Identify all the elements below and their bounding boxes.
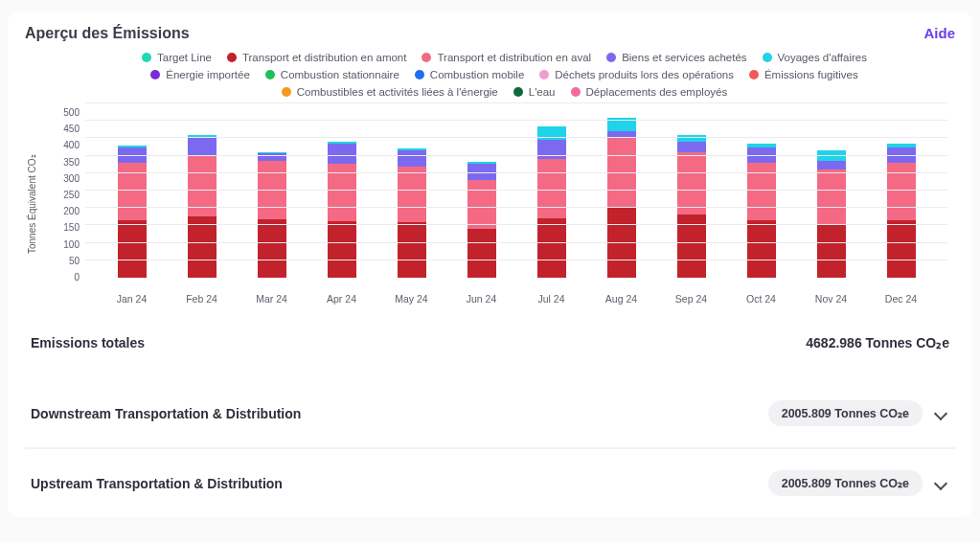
y-tick: 250: [39, 191, 80, 200]
legend-item[interactable]: Combustibles et activités liées à l'éner…: [282, 86, 498, 98]
y-tick: 0: [39, 273, 80, 282]
y-tick: 350: [39, 158, 80, 168]
bar-segment: [817, 224, 846, 278]
bar-segment: [887, 220, 916, 278]
bar[interactable]: [887, 144, 916, 278]
legend-label: Combustion stationnaire: [281, 69, 399, 80]
legend-label: Transport et distribution en amont: [242, 52, 407, 63]
legend-dot-icon: [571, 87, 581, 97]
summary-category-value: 2005.809 Tonnes CO₂e: [768, 470, 923, 496]
legend-item[interactable]: Target Line: [142, 52, 212, 63]
x-tick-label: Jan 24: [103, 293, 161, 305]
legend-item[interactable]: Combustion mobile: [415, 69, 524, 80]
grid-line: [85, 120, 947, 121]
legend-dot-icon: [513, 87, 523, 97]
legend-item[interactable]: Transport et distribution en amont: [227, 52, 407, 63]
grid-line: [85, 172, 947, 173]
y-tick: 150: [39, 223, 80, 233]
legend-item[interactable]: Combustion stationnaire: [265, 69, 399, 80]
y-tick: 200: [39, 207, 80, 216]
x-tick-label: Nov 24: [803, 293, 860, 305]
x-tick-label: Oct 24: [733, 293, 790, 305]
x-tick-label: Jul 24: [523, 293, 581, 305]
summary-category-row: Downstream Transportation & Distribution…: [25, 379, 955, 447]
legend-label: Voyages d'affaires: [778, 52, 867, 63]
legend-dot-icon: [142, 53, 151, 62]
summary-category-label: Upstream Transportation & Distribution: [31, 476, 283, 491]
legend-dot-icon: [422, 53, 431, 62]
legend-label: Biens et services achetés: [622, 52, 746, 63]
legend-item[interactable]: Biens et services achetés: [606, 52, 746, 63]
bar-segment: [258, 219, 286, 278]
grid-line: [85, 137, 947, 138]
bar-segment: [537, 218, 566, 278]
bar-segment: [677, 135, 706, 142]
y-tick: 500: [39, 108, 80, 118]
legend-dot-icon: [150, 70, 160, 79]
y-axis-label: Tonnes Équivalent CO₂: [25, 103, 39, 305]
grid-line: [85, 260, 947, 260]
legend-dot-icon: [282, 87, 291, 97]
legend-item[interactable]: Voyages d'affaires: [763, 52, 867, 63]
chart-plot: Jan 24Feb 24Mar 24Apr 24May 24Jun 24Jul …: [85, 103, 947, 305]
bar-segment: [817, 150, 846, 161]
grid-line: [85, 224, 947, 225]
y-tick: 400: [39, 141, 80, 150]
legend-label: Combustibles et activités liées à l'éner…: [297, 86, 498, 98]
chevron-down-icon[interactable]: [934, 406, 947, 419]
grid-line: [85, 207, 947, 208]
bar-segment: [328, 144, 356, 165]
bar[interactable]: [747, 144, 776, 278]
summary-total-value: 4682.986 Tonnes CO₂e: [806, 335, 949, 350]
legend-dot-icon: [227, 53, 237, 62]
legend-item[interactable]: Déchets produits lors des opérations: [539, 69, 734, 80]
y-tick: 100: [39, 240, 80, 250]
summary-category-value: 2005.809 Tonnes CO₂e: [768, 400, 923, 426]
legend-dot-icon: [763, 53, 772, 62]
legend-dot-icon: [539, 70, 549, 79]
bar-segment: [188, 137, 217, 156]
summary-total-label: Emissions totales: [31, 335, 145, 350]
legend-item[interactable]: Transport et distribution en aval: [422, 52, 591, 63]
emissions-card: Aperçu des Émissions Aide Target LineTra…: [8, 11, 972, 517]
legend-label: Combustion mobile: [430, 69, 524, 80]
legend-label: Transport et distribution en aval: [437, 52, 591, 63]
x-tick-label: Sep 24: [663, 293, 720, 305]
legend-dot-icon: [265, 70, 275, 79]
chevron-down-icon[interactable]: [934, 476, 947, 489]
legend-label: L'eau: [529, 86, 556, 98]
grid-line: [85, 155, 947, 156]
chart-legend: Target LineTransport et distribution en …: [25, 52, 955, 98]
legend-dot-icon: [415, 70, 424, 79]
legend-item[interactable]: L'eau: [513, 86, 556, 98]
legend-dot-icon: [606, 53, 616, 62]
summary-category-row: Upstream Transportation & Distribution20…: [25, 447, 955, 517]
legend-item[interactable]: Déplacements des employés: [571, 86, 728, 98]
bar-segment: [398, 222, 426, 278]
bar-segment: [817, 161, 846, 169]
bar[interactable]: [467, 162, 496, 278]
legend-label: Déchets produits lors des opérations: [555, 69, 734, 80]
bar-segment: [677, 142, 706, 152]
bar[interactable]: [537, 126, 566, 278]
grid-line: [85, 242, 947, 243]
x-tick-label: Dec 24: [873, 293, 930, 305]
legend-item[interactable]: Émissions fugitives: [749, 69, 858, 80]
bar-segment: [537, 140, 566, 159]
x-tick-label: Jun 24: [453, 293, 511, 305]
bar-segment: [398, 150, 426, 166]
bar[interactable]: [118, 146, 147, 278]
bar[interactable]: [607, 118, 636, 278]
bar-segment: [398, 167, 426, 222]
bar-segment: [188, 216, 217, 278]
bar-segment: [677, 152, 706, 215]
y-tick: 300: [39, 174, 80, 184]
y-tick: 50: [39, 257, 80, 266]
x-tick-label: Aug 24: [593, 293, 650, 305]
bar[interactable]: [398, 148, 426, 278]
bar-segment: [467, 180, 496, 229]
bar[interactable]: [328, 142, 356, 278]
help-link[interactable]: Aide: [923, 25, 955, 41]
legend-item[interactable]: Énergie importée: [150, 69, 250, 80]
bar-segment: [328, 221, 356, 278]
